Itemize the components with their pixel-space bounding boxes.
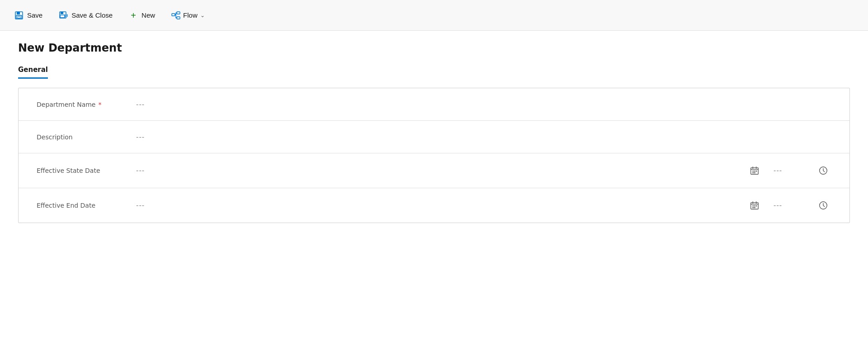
department-name-label: Department Name * [37,101,136,108]
save-button[interactable]: Save [7,5,50,26]
flow-label: Flow [183,11,198,19]
description-value: --- [136,133,145,141]
effective-end-date-time-button[interactable] [815,197,831,214]
effective-end-date-calendar-button[interactable] [746,197,763,214]
department-name-value: --- [136,100,145,109]
flow-button[interactable]: Flow ⌄ [164,5,212,26]
svg-rect-21 [756,205,757,206]
svg-rect-22 [752,207,754,208]
svg-rect-19 [752,205,754,206]
svg-rect-3 [18,16,20,18]
field-row-effective-end-date: Effective End Date --- [19,188,849,223]
svg-rect-10 [177,17,180,19]
page-title: New Department [18,42,850,54]
svg-rect-23 [754,207,755,208]
effective-state-date-calendar-button[interactable] [746,162,763,179]
save-close-label: Save & Close [71,11,113,19]
toolbar: Save Save & Close + New F [0,0,868,31]
save-icon [14,11,24,20]
svg-rect-20 [754,205,755,206]
svg-rect-13 [754,171,755,171]
form-container: Department Name * --- Description --- Ef… [18,88,850,223]
new-button[interactable]: + New [122,5,162,26]
effective-end-time-value: --- [774,201,810,209]
tab-general[interactable]: General [18,66,48,79]
save-close-icon [59,11,68,20]
flow-icon [171,11,180,20]
main-content: New Department General Department Name *… [0,31,868,234]
effective-state-time-value: --- [774,166,810,175]
description-label: Description [37,133,136,141]
svg-rect-16 [754,172,755,173]
svg-rect-8 [172,14,175,16]
svg-rect-9 [177,12,180,14]
svg-rect-1 [17,12,20,14]
effective-state-date-label: Effective State Date [37,167,136,174]
department-name-field[interactable]: --- [136,100,831,109]
new-label: New [142,11,155,19]
required-indicator: * [98,101,101,108]
svg-rect-6 [60,15,65,18]
field-row-effective-state-date: Effective State Date --- [19,153,849,188]
svg-rect-15 [752,172,754,173]
effective-end-date-label: Effective End Date [37,202,136,209]
save-close-button[interactable]: Save & Close [52,5,120,26]
field-row-department-name: Department Name * --- [19,88,849,121]
svg-rect-12 [752,171,754,171]
description-field[interactable]: --- [136,133,831,141]
effective-state-date-value[interactable]: --- [136,166,746,175]
save-label: Save [27,11,42,19]
svg-rect-5 [61,12,63,14]
tab-section: General [18,65,850,79]
field-row-description: Description --- [19,121,849,153]
chevron-down-icon: ⌄ [200,12,205,19]
effective-end-date-value[interactable]: --- [136,201,746,209]
effective-state-date-time-button[interactable] [815,162,831,179]
plus-icon: + [129,11,138,20]
svg-rect-14 [756,171,757,171]
